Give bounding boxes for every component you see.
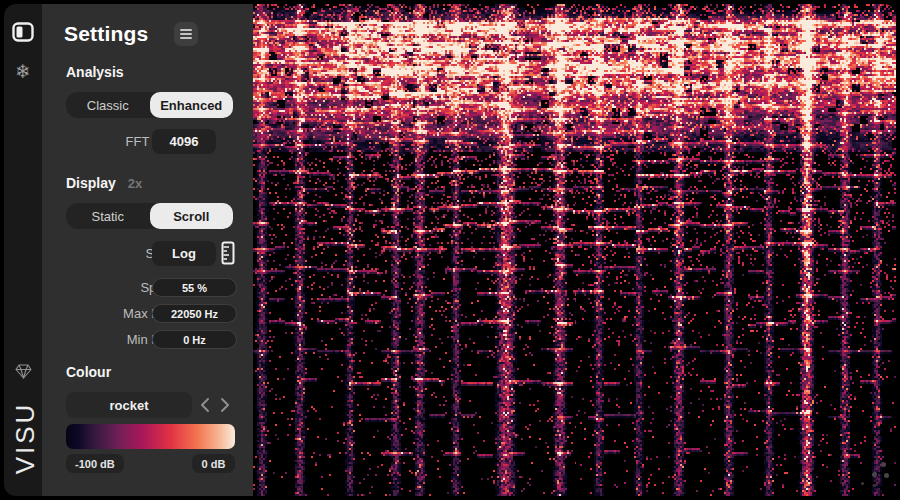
freeze-button[interactable]: ❄ [4, 56, 42, 86]
spectrogram-view [253, 4, 896, 496]
analysis-option-enhanced[interactable]: Enhanced [150, 92, 234, 118]
colour-section-label: Colour [66, 364, 111, 380]
display-2x-badge: 2x [128, 176, 142, 191]
settings-panel: Settings Analysis Classic Enhanced FFT S… [42, 4, 253, 496]
panel-header: Settings [64, 19, 235, 49]
visu-logo: VISU [8, 388, 42, 488]
display-option-scroll[interactable]: Scroll [150, 203, 234, 229]
fft-size-value[interactable]: 4096 [152, 129, 216, 154]
scale-value[interactable]: Log [152, 241, 216, 266]
max-freq-row: Max Freq 22050 Hz [42, 304, 253, 323]
speed-value[interactable]: 55 % [152, 278, 237, 297]
analysis-mode-toggle: Classic Enhanced [66, 92, 233, 118]
scale-row: Scale Log [42, 240, 253, 266]
min-freq-value[interactable]: 0 Hz [152, 330, 237, 349]
gem-button[interactable] [4, 364, 42, 383]
palette-next-button[interactable] [218, 396, 232, 414]
left-rail: ❄ VISU [4, 4, 42, 496]
min-freq-row: Min Freq 0 Hz [42, 330, 253, 349]
display-section-label: Display2x [66, 175, 142, 191]
fft-size-row: FFT Size 4096 [42, 129, 253, 154]
db-ceiling-value[interactable]: 0 dB [192, 454, 235, 473]
ruler-icon[interactable] [221, 241, 237, 265]
page-title: Settings [64, 22, 148, 46]
display-option-static[interactable]: Static [66, 203, 150, 229]
db-floor-value[interactable]: -100 dB [66, 454, 124, 473]
palette-selector[interactable]: rocket [66, 392, 192, 418]
resize-grip[interactable] [852, 462, 896, 496]
colormap-gradient-bar[interactable] [66, 424, 235, 449]
analysis-section-label: Analysis [66, 64, 124, 80]
menu-button[interactable] [174, 22, 198, 46]
speed-row: Speed 55 % [42, 278, 253, 297]
snowflake-icon: ❄ [15, 62, 31, 81]
palette-prev-button[interactable] [198, 396, 212, 414]
sidebar-toggle-button[interactable] [4, 19, 42, 49]
analysis-option-classic[interactable]: Classic [66, 92, 150, 118]
display-mode-toggle: Static Scroll [66, 203, 233, 229]
max-freq-value[interactable]: 22050 Hz [152, 304, 237, 323]
spectrogram-canvas[interactable] [253, 4, 896, 496]
sidebar-panel-icon [11, 20, 35, 48]
plugin-window: ❄ VISU Settings Analysis Classic Enhance… [4, 4, 896, 496]
gem-icon [15, 364, 32, 383]
